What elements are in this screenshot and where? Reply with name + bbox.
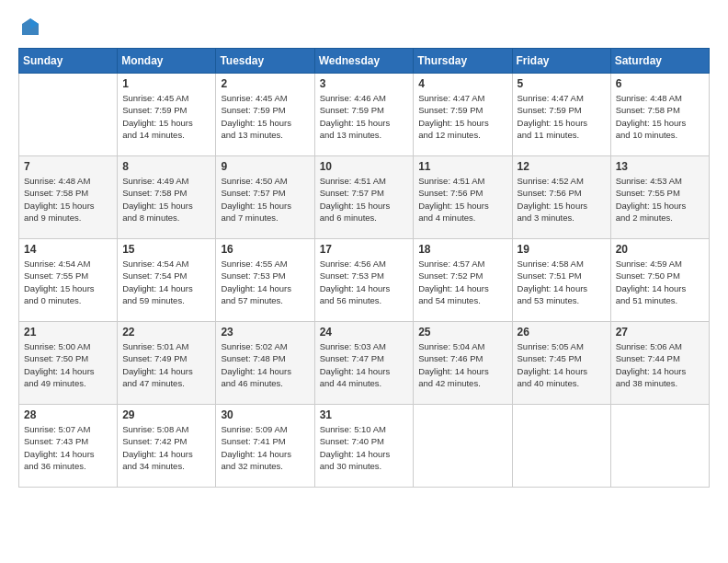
calendar-cell: 31Sunrise: 5:10 AM Sunset: 7:40 PM Dayli… [314, 405, 414, 488]
calendar-cell: 7Sunrise: 4:48 AM Sunset: 7:58 PM Daylig… [19, 156, 118, 239]
calendar-cell: 25Sunrise: 5:04 AM Sunset: 7:46 PM Dayli… [414, 322, 512, 405]
calendar-cell: 2Sunrise: 4:45 AM Sunset: 7:59 PM Daylig… [216, 74, 314, 156]
cell-info: Sunrise: 5:02 AM Sunset: 7:48 PM Dayligh… [221, 340, 309, 389]
calendar-cell: 13Sunrise: 4:53 AM Sunset: 7:55 PM Dayli… [610, 156, 709, 239]
day-number: 12 [518, 160, 606, 173]
calendar-cell: 21Sunrise: 5:00 AM Sunset: 7:50 PM Dayli… [19, 322, 118, 405]
page-header [18, 18, 710, 33]
day-number: 9 [221, 160, 309, 173]
logo-icon [20, 17, 40, 37]
cell-info: Sunrise: 4:52 AM Sunset: 7:56 PM Dayligh… [518, 175, 606, 224]
calendar-cell [610, 405, 709, 488]
calendar-cell: 29Sunrise: 5:08 AM Sunset: 7:42 PM Dayli… [118, 405, 216, 488]
cell-info: Sunrise: 5:10 AM Sunset: 7:40 PM Dayligh… [320, 423, 409, 472]
cell-info: Sunrise: 4:49 AM Sunset: 7:58 PM Dayligh… [122, 175, 210, 224]
day-number: 21 [24, 326, 112, 339]
calendar-cell: 3Sunrise: 4:46 AM Sunset: 7:59 PM Daylig… [314, 74, 414, 156]
day-number: 25 [418, 326, 506, 339]
calendar-cell: 11Sunrise: 4:51 AM Sunset: 7:56 PM Dayli… [414, 156, 512, 239]
cell-info: Sunrise: 4:54 AM Sunset: 7:55 PM Dayligh… [24, 258, 112, 306]
column-header-friday: Friday [512, 49, 610, 74]
day-number: 15 [122, 243, 210, 256]
day-number: 22 [122, 326, 210, 339]
cell-info: Sunrise: 4:56 AM Sunset: 7:53 PM Dayligh… [320, 258, 409, 306]
day-number: 16 [221, 243, 309, 256]
day-number: 11 [418, 160, 506, 173]
calendar-cell: 12Sunrise: 4:52 AM Sunset: 7:56 PM Dayli… [512, 156, 610, 239]
cell-info: Sunrise: 4:53 AM Sunset: 7:55 PM Dayligh… [616, 175, 704, 224]
cell-info: Sunrise: 4:48 AM Sunset: 7:58 PM Dayligh… [616, 92, 704, 141]
calendar-week-row: 21Sunrise: 5:00 AM Sunset: 7:50 PM Dayli… [19, 322, 710, 405]
calendar-cell: 30Sunrise: 5:09 AM Sunset: 7:41 PM Dayli… [216, 405, 314, 488]
calendar-cell: 15Sunrise: 4:54 AM Sunset: 7:54 PM Dayli… [118, 239, 216, 322]
cell-info: Sunrise: 4:47 AM Sunset: 7:59 PM Dayligh… [418, 92, 506, 141]
cell-info: Sunrise: 4:55 AM Sunset: 7:53 PM Dayligh… [221, 258, 309, 306]
day-number: 13 [616, 160, 704, 173]
day-number: 18 [418, 243, 506, 256]
calendar-cell: 18Sunrise: 4:57 AM Sunset: 7:52 PM Dayli… [414, 239, 512, 322]
calendar-cell: 10Sunrise: 4:51 AM Sunset: 7:57 PM Dayli… [314, 156, 414, 239]
calendar-cell: 4Sunrise: 4:47 AM Sunset: 7:59 PM Daylig… [414, 74, 512, 156]
calendar-cell: 9Sunrise: 4:50 AM Sunset: 7:57 PM Daylig… [216, 156, 314, 239]
cell-info: Sunrise: 5:08 AM Sunset: 7:42 PM Dayligh… [122, 423, 210, 472]
calendar-cell: 26Sunrise: 5:05 AM Sunset: 7:45 PM Dayli… [512, 322, 610, 405]
cell-info: Sunrise: 4:47 AM Sunset: 7:59 PM Dayligh… [518, 92, 606, 141]
cell-info: Sunrise: 5:09 AM Sunset: 7:41 PM Dayligh… [221, 423, 309, 472]
cell-info: Sunrise: 4:50 AM Sunset: 7:57 PM Dayligh… [221, 175, 309, 224]
calendar-week-row: 14Sunrise: 4:54 AM Sunset: 7:55 PM Dayli… [19, 239, 710, 322]
day-number: 19 [518, 243, 606, 256]
day-number: 24 [320, 326, 409, 339]
day-number: 17 [320, 243, 409, 256]
day-number: 10 [320, 160, 409, 173]
cell-info: Sunrise: 4:54 AM Sunset: 7:54 PM Dayligh… [122, 258, 210, 306]
calendar-cell: 27Sunrise: 5:06 AM Sunset: 7:44 PM Dayli… [610, 322, 709, 405]
cell-info: Sunrise: 5:05 AM Sunset: 7:45 PM Dayligh… [518, 340, 606, 389]
calendar-cell: 24Sunrise: 5:03 AM Sunset: 7:47 PM Dayli… [314, 322, 414, 405]
calendar-week-row: 7Sunrise: 4:48 AM Sunset: 7:58 PM Daylig… [19, 156, 710, 239]
day-number: 20 [616, 243, 704, 256]
cell-info: Sunrise: 5:00 AM Sunset: 7:50 PM Dayligh… [24, 340, 112, 389]
calendar-cell: 16Sunrise: 4:55 AM Sunset: 7:53 PM Dayli… [216, 239, 314, 322]
cell-info: Sunrise: 5:01 AM Sunset: 7:49 PM Dayligh… [122, 340, 210, 389]
column-header-monday: Monday [118, 49, 216, 74]
day-number: 23 [221, 326, 309, 339]
column-header-tuesday: Tuesday [216, 49, 314, 74]
calendar-cell: 8Sunrise: 4:49 AM Sunset: 7:58 PM Daylig… [118, 156, 216, 239]
cell-info: Sunrise: 5:04 AM Sunset: 7:46 PM Dayligh… [418, 340, 506, 389]
cell-info: Sunrise: 5:07 AM Sunset: 7:43 PM Dayligh… [24, 423, 112, 472]
column-header-wednesday: Wednesday [314, 49, 414, 74]
calendar-cell [19, 74, 118, 156]
day-number: 29 [122, 408, 210, 421]
calendar-week-row: 28Sunrise: 5:07 AM Sunset: 7:43 PM Dayli… [19, 405, 710, 488]
cell-info: Sunrise: 4:51 AM Sunset: 7:56 PM Dayligh… [418, 175, 506, 224]
cell-info: Sunrise: 4:57 AM Sunset: 7:52 PM Dayligh… [418, 258, 506, 306]
day-number: 5 [518, 77, 606, 90]
calendar-cell: 17Sunrise: 4:56 AM Sunset: 7:53 PM Dayli… [314, 239, 414, 322]
cell-info: Sunrise: 4:46 AM Sunset: 7:59 PM Dayligh… [320, 92, 409, 141]
calendar-cell: 23Sunrise: 5:02 AM Sunset: 7:48 PM Dayli… [216, 322, 314, 405]
day-number: 6 [616, 77, 704, 90]
calendar-cell: 28Sunrise: 5:07 AM Sunset: 7:43 PM Dayli… [19, 405, 118, 488]
day-number: 7 [24, 160, 112, 173]
day-number: 8 [122, 160, 210, 173]
calendar-cell: 5Sunrise: 4:47 AM Sunset: 7:59 PM Daylig… [512, 74, 610, 156]
cell-info: Sunrise: 5:06 AM Sunset: 7:44 PM Dayligh… [616, 340, 704, 389]
cell-info: Sunrise: 4:45 AM Sunset: 7:59 PM Dayligh… [221, 92, 309, 141]
day-number: 27 [616, 326, 704, 339]
cell-info: Sunrise: 4:58 AM Sunset: 7:51 PM Dayligh… [518, 258, 606, 306]
cell-info: Sunrise: 4:45 AM Sunset: 7:59 PM Dayligh… [122, 92, 210, 141]
calendar-cell: 14Sunrise: 4:54 AM Sunset: 7:55 PM Dayli… [19, 239, 118, 322]
calendar-cell: 19Sunrise: 4:58 AM Sunset: 7:51 PM Dayli… [512, 239, 610, 322]
calendar-header-row: SundayMondayTuesdayWednesdayThursdayFrid… [19, 49, 710, 74]
calendar-cell: 20Sunrise: 4:59 AM Sunset: 7:50 PM Dayli… [610, 239, 709, 322]
cell-info: Sunrise: 4:48 AM Sunset: 7:58 PM Dayligh… [24, 175, 112, 224]
cell-info: Sunrise: 4:51 AM Sunset: 7:57 PM Dayligh… [320, 175, 409, 224]
day-number: 28 [24, 408, 112, 421]
cell-info: Sunrise: 4:59 AM Sunset: 7:50 PM Dayligh… [616, 258, 704, 306]
day-number: 1 [122, 77, 210, 90]
calendar-cell [512, 405, 610, 488]
column-header-saturday: Saturday [610, 49, 709, 74]
day-number: 14 [24, 243, 112, 256]
day-number: 31 [320, 408, 409, 421]
column-header-sunday: Sunday [19, 49, 118, 74]
